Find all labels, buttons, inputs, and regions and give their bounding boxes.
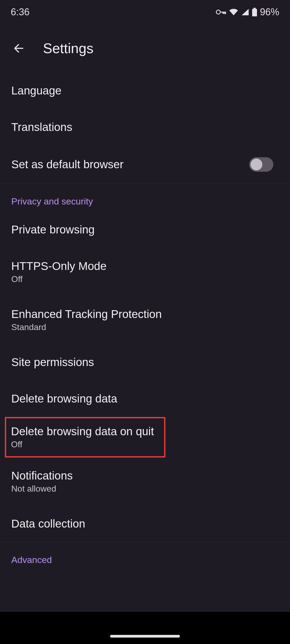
setting-translations[interactable]: Translations bbox=[0, 109, 290, 145]
wifi-icon bbox=[229, 8, 238, 16]
setting-label: Notifications bbox=[11, 469, 73, 482]
setting-label: Site permissions bbox=[11, 356, 94, 369]
svg-rect-1 bbox=[253, 8, 256, 9]
setting-enhanced-tracking[interactable]: Enhanced Tracking Protection Standard bbox=[0, 296, 290, 344]
setting-label: Set as default browser bbox=[11, 158, 124, 171]
setting-default-browser[interactable]: Set as default browser bbox=[0, 145, 290, 184]
arrow-left-icon bbox=[13, 42, 25, 54]
section-header-privacy: Privacy and security bbox=[0, 184, 290, 211]
section-header-advanced: Advanced bbox=[0, 542, 290, 570]
setting-language[interactable]: Language bbox=[0, 72, 290, 109]
setting-label: Delete browsing data bbox=[11, 392, 117, 405]
setting-label: Private browsing bbox=[11, 223, 95, 236]
battery-percent: 96% bbox=[260, 6, 279, 18]
setting-delete-on-quit[interactable]: Delete browsing data on quit Off bbox=[6, 418, 159, 456]
app-bar: Settings bbox=[0, 24, 290, 72]
setting-subtext: Not allowed bbox=[11, 484, 73, 494]
setting-https-only[interactable]: HTTPS-Only Mode Off bbox=[0, 248, 290, 296]
battery-icon bbox=[252, 8, 257, 16]
default-browser-toggle[interactable] bbox=[249, 157, 273, 172]
status-time: 6:36 bbox=[11, 6, 30, 18]
signal-icon bbox=[241, 8, 249, 16]
setting-private-browsing[interactable]: Private browsing bbox=[0, 211, 290, 248]
setting-label: Translations bbox=[11, 121, 72, 134]
setting-site-permissions[interactable]: Site permissions bbox=[0, 344, 290, 380]
highlight-box: Delete browsing data on quit Off bbox=[5, 417, 165, 458]
nav-handle[interactable] bbox=[110, 635, 180, 638]
setting-data-collection[interactable]: Data collection bbox=[0, 506, 290, 542]
status-icons: 96% bbox=[216, 6, 279, 18]
back-button[interactable] bbox=[11, 40, 27, 56]
setting-subtext: Off bbox=[11, 274, 107, 284]
svg-rect-2 bbox=[252, 9, 257, 16]
setting-label: HTTPS-Only Mode bbox=[11, 260, 107, 273]
setting-label: Enhanced Tracking Protection bbox=[11, 308, 162, 321]
toggle-knob bbox=[251, 159, 262, 170]
setting-delete-browsing-data[interactable]: Delete browsing data bbox=[0, 380, 290, 417]
page-title: Settings bbox=[43, 40, 93, 56]
setting-subtext: Standard bbox=[11, 322, 162, 332]
status-bar: 6:36 96% bbox=[0, 0, 290, 24]
setting-label: Data collection bbox=[11, 517, 85, 530]
system-nav-area bbox=[0, 612, 290, 644]
vpn-key-icon bbox=[216, 9, 226, 15]
setting-notifications[interactable]: Notifications Not allowed bbox=[0, 458, 290, 506]
setting-label: Language bbox=[11, 84, 61, 97]
setting-subtext: Off bbox=[11, 440, 154, 449]
settings-list[interactable]: Language Translations Set as default bro… bbox=[0, 72, 290, 570]
setting-label: Delete browsing data on quit bbox=[11, 425, 154, 438]
svg-point-0 bbox=[216, 10, 220, 14]
